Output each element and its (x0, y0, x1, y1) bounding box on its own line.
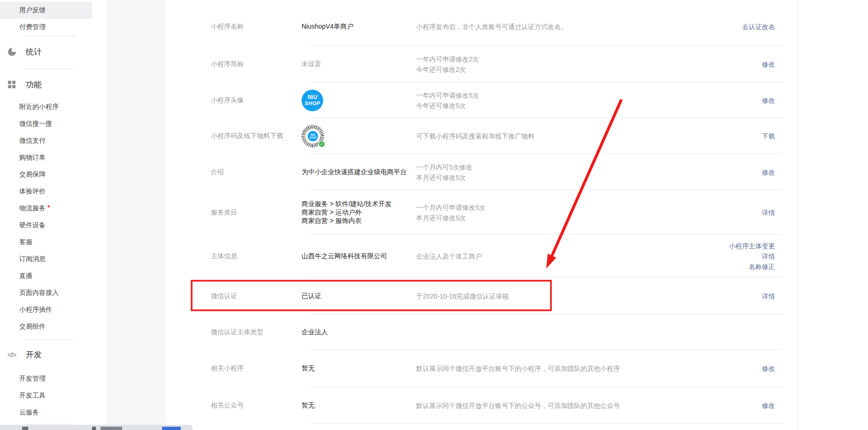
row-value: 暂无 (302, 364, 416, 373)
sidebar-item-label: 购物订单 (19, 154, 46, 162)
page-background-gap (108, 0, 166, 430)
grid-icon (8, 80, 16, 89)
row-desc: 默认展示同个微信开放平台账号下的小程序，可添加团队的其他小程序 (416, 363, 762, 374)
desc-line: 今年还可修改2次 (416, 64, 762, 75)
row-verification-subject-type: 微信认证主体类型 企业法人 (166, 315, 798, 350)
row-label: 微信认证主体类型 (211, 328, 302, 337)
sidebar-item-nearby-miniprogram[interactable]: 附近的小程序 (0, 99, 107, 115)
row-service-category: 服务类目 商业服务 > 软件/建站/技术开发 商家自营 > 运动户外 商家自营 … (166, 190, 798, 235)
row-miniprogram-code-download: 小程序码及线下物料下载 NiU SHOP ✓ 可下载小程序码及搜索框等线下推广物… (166, 118, 798, 154)
details-link[interactable]: 详情 (762, 207, 775, 218)
download-link[interactable]: 下载 (762, 131, 775, 141)
sidebar-item-payment-management[interactable]: 付费管理 (0, 19, 107, 36)
desc-line: 一个月内可5次修改 (416, 162, 762, 172)
sidebar-item-subscribe-message[interactable]: 订阅消息 (0, 251, 107, 268)
sidebar-item-user-feedback[interactable]: 用户反馈 (0, 2, 92, 19)
sidebar-item-wechat-search[interactable]: 微信搜一搜 (0, 115, 107, 132)
sidebar-item-shopping-orders[interactable]: 购物订单 (0, 149, 107, 166)
sidebar-divider (23, 36, 75, 36)
modify-link[interactable]: 修改 (762, 363, 775, 374)
sidebar-divider (23, 69, 75, 69)
row-value: 未设置 (302, 60, 321, 68)
sidebar-divider (23, 424, 75, 424)
modify-link[interactable]: 修改 (762, 400, 775, 411)
sidebar-item-label: 客服 (19, 238, 32, 246)
sidebar-item-wechat-pay[interactable]: 微信支付 (0, 132, 107, 149)
sidebar-item-transaction-guarantee[interactable]: 交易保障 (0, 166, 107, 183)
clipped-text-fragment (92, 427, 96, 430)
sidebar-item-label: 页面内容接入 (19, 289, 59, 297)
pie-chart-icon (8, 47, 16, 56)
row-value: 商业服务 > 软件/建站/技术开发 商家自营 > 运动户外 商家自营 > 服饰内… (302, 200, 416, 225)
desc-line: 本月还可修改5次 (416, 172, 762, 183)
clipped-text-fragment (22, 427, 28, 430)
subject-change-link[interactable]: 小程序主体变更 (729, 241, 775, 251)
row-value: 已认证 (302, 292, 416, 300)
row-label: 小程序简称 (211, 60, 302, 69)
modify-link[interactable]: 修改 (762, 167, 775, 177)
desc-line: 本月还可修改5次 (416, 213, 762, 223)
sidebar-item-label: 小程序插件 (19, 306, 52, 314)
sidebar-section-items: 开发管理 开发工具 云服务 (0, 370, 107, 421)
row-label: 小程序码及线下物料下载 (211, 132, 302, 140)
sidebar-item-hardware-device[interactable]: 硬件设备 (0, 217, 107, 234)
avatar-text: NiU (308, 94, 318, 100)
row-label: 相关小程序 (211, 364, 302, 373)
details-link[interactable]: 详情 (762, 291, 775, 301)
check-badge-icon: ✓ (318, 141, 325, 147)
sidebar-section-statistics[interactable]: 统计 (0, 42, 107, 61)
sidebar-item-experience-review[interactable]: 体验评价 (0, 183, 107, 200)
name-correction-link[interactable]: 名称修正 (729, 261, 775, 272)
avatar-text: SHOP (304, 100, 320, 106)
row-label: 主体信息 (211, 252, 302, 261)
sidebar-item-miniprogram-plugin[interactable]: 小程序插件 (0, 301, 107, 318)
sidebar-item-dev-tools[interactable]: 开发工具 (0, 387, 107, 404)
details-link[interactable]: 详情 (729, 251, 775, 261)
sidebar-item-label: 开发工具 (19, 392, 46, 400)
miniprogram-avatar: NiU SHOP (302, 90, 323, 111)
sidebar-item-customer-service[interactable]: 客服 (0, 234, 107, 251)
clipped-link-fragment (162, 427, 181, 430)
sidebar-item-cloud-service[interactable]: 云服务 (0, 404, 107, 421)
sidebar-item-live[interactable]: 直播 (0, 268, 107, 284)
sidebar-section-development[interactable]: </> 开发 (0, 345, 107, 364)
row-desc: 一个月内可5次修改 本月还可修改5次 (416, 162, 762, 183)
qr-center-text: SHOP (310, 136, 316, 139)
category-line: 商家自营 > 运动户外 (302, 208, 416, 217)
sidebar-item-label: 付费管理 (19, 23, 46, 31)
miniprogram-qr-code: NiU SHOP ✓ (302, 125, 324, 147)
sidebar-item-label: 硬件设备 (19, 221, 46, 230)
sidebar-item-logistics-service[interactable]: 物流服务 (0, 200, 107, 217)
sidebar-item-dev-management[interactable]: 开发管理 (0, 370, 107, 387)
row-value: NiushopV4单商户 (302, 23, 416, 31)
sidebar: 用户反馈 付费管理 统计 功能 附近的小程序 微信搜一搜 微信支付 购物订单 交… (0, 0, 108, 430)
row-wechat-verification: 微信认证 已认证 于2020-10-16完成微信认证审核 详情 (166, 277, 798, 315)
row-introduction: 介绍 为中小企业快速搭建企业级电商平台 一个月内可5次修改 本月还可修改5次 修… (166, 154, 798, 190)
sidebar-section-features[interactable]: 功能 (0, 75, 107, 94)
sidebar-section-title: 开发 (26, 349, 42, 360)
row-desc: 一年内可申请修改5次 今年还可修改5次 (416, 90, 762, 111)
row-value: 山西牛之云网络科技有限公司 (302, 252, 416, 261)
row-label: 服务类目 (211, 208, 302, 217)
sidebar-item-trade-component[interactable]: 交易组件 (0, 318, 107, 335)
row-desc: 于2020-10-16完成微信认证审核 (416, 291, 762, 301)
modify-link[interactable]: 修改 (762, 59, 775, 69)
row-desc: 可下载小程序码及搜索框等线下推广物料 (416, 131, 762, 141)
sidebar-item-label: 微信支付 (19, 137, 46, 145)
rename-by-verify-link[interactable]: 去认证改名 (742, 22, 775, 32)
category-line: 商业服务 > 软件/建站/技术开发 (302, 200, 416, 208)
sidebar-item-label: 物流服务 (19, 204, 46, 213)
browser-download-bar (0, 425, 193, 430)
desc-line: 一年内可申请修改2次 (416, 54, 762, 64)
row-label: 介绍 (211, 168, 302, 177)
sidebar-section-title: 功能 (26, 79, 42, 90)
modify-link[interactable]: 修改 (762, 95, 775, 106)
desc-line: 一年内可申请修改5次 (416, 90, 762, 100)
row-miniprogram-short-name: 小程序简称 未设置 一年内可申请修改2次 今年还可修改2次 修改 (166, 46, 798, 82)
row-related-official-accounts: 相关公众号 暂无 默认展示同个微信开放平台账号下的公众号，可添加团队的其他公众号… (166, 387, 798, 423)
sidebar-item-page-content-access[interactable]: 页面内容接入 (0, 284, 107, 301)
row-miniprogram-name: 小程序名称 NiushopV4单商户 小程序发布后，非个人类账号可通过认证方式改… (166, 0, 798, 46)
row-label: 小程序头像 (211, 96, 302, 105)
sidebar-item-label: 交易组件 (19, 322, 46, 331)
row-label: 相关公众号 (211, 401, 302, 410)
